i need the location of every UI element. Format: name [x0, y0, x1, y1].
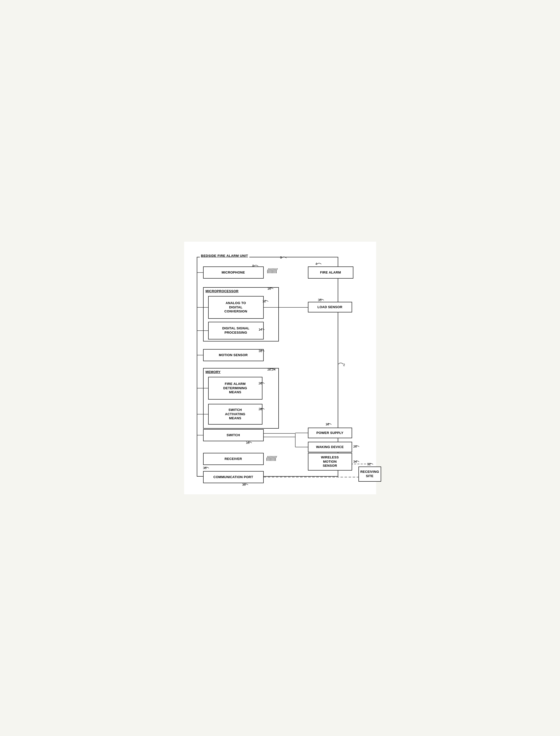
- sound-waves-receiver: ⟨⟨⟨⟨⟨⟨⟨⟨: [265, 455, 276, 462]
- ref-26: 26: [259, 381, 262, 385]
- waking-device-label: WAKING DEVICE: [316, 445, 344, 449]
- fire-alarm-determining-label: FIRE ALARM DETERMINING MEANS: [223, 382, 247, 395]
- ref-4: 4: [315, 262, 317, 266]
- analog-digital-label: ANALOG TO DIGITAL CONVERSION: [224, 301, 247, 314]
- waking-device-box: WAKING DEVICE: [308, 442, 352, 452]
- ref-18: 18: [326, 422, 329, 426]
- power-supply-box: POWER SUPPLY: [308, 428, 352, 438]
- switch-box: SWITCH: [203, 429, 264, 441]
- wireless-motion-sensor-box: WIRELESS MOTION SENSOR: [308, 453, 352, 471]
- load-sensor-label: LOAD SENSOR: [318, 305, 343, 309]
- ref-35: 35: [318, 298, 322, 302]
- digital-signal-box: DIGITAL SIGNAL PROCESSING: [208, 322, 264, 339]
- outer-box-label: BEDSIDE FIRE ALARM UNIT: [200, 254, 250, 258]
- ref-32: 32: [367, 462, 371, 466]
- microphone-box: MICROPHONE: [203, 266, 264, 279]
- sound-waves-microphone: ⟨⟨⟨⟨⟨⟨⟨⟨: [266, 267, 276, 274]
- diagram-container: BEDSIDE FIRE ALARM UNIT 2 6 MICROPHONE 8…: [192, 249, 369, 487]
- ref-22-24: 22,24: [267, 367, 276, 371]
- fire-alarm-determining-box: FIRE ALARM DETERMINING MEANS: [208, 377, 262, 400]
- communication-port-box: COMMUNICATION PORT: [203, 471, 264, 483]
- receiving-site-label: RECEIVING SITE: [360, 470, 379, 478]
- ref-10: 10: [267, 287, 271, 290]
- analog-digital-box: ANALOG TO DIGITAL CONVERSION: [208, 296, 264, 319]
- power-supply-label: POWER SUPPLY: [316, 431, 343, 435]
- microphone-label: MICROPHONE: [222, 271, 245, 275]
- wireless-motion-sensor-label: WIRELESS MOTION SENSOR: [321, 455, 339, 468]
- motion-sensor-label: MOTION SENSOR: [219, 353, 248, 357]
- switch-activating-box: SWITCH ACTIVATING MEANS: [208, 404, 262, 425]
- receiver-box: RECEIVER: [203, 453, 264, 465]
- ref-20: 20: [353, 445, 357, 448]
- fire-alarm-box: FIRE ALARM: [308, 266, 353, 279]
- ref-6: 6: [280, 256, 282, 259]
- communication-port-label: COMMUNICATION PORT: [213, 475, 253, 479]
- ref-34: 34: [353, 460, 357, 463]
- ref-12: 12: [262, 299, 266, 303]
- ref-16: 16: [246, 441, 250, 445]
- ref-28: 28: [259, 407, 262, 411]
- digital-signal-label: DIGITAL SIGNAL PROCESSING: [222, 326, 250, 335]
- microprocessor-label: MICROPROCESSOR: [206, 289, 239, 293]
- receiving-site-box: RECEIVING SITE: [358, 467, 381, 482]
- ref-2: 2: [343, 363, 345, 367]
- load-sensor-box: LOAD SENSOR: [308, 302, 352, 312]
- page: BEDSIDE FIRE ALARM UNIT 2 6 MICROPHONE 8…: [184, 242, 376, 494]
- switch-label: SWITCH: [227, 433, 240, 437]
- motion-sensor-box: MOTION SENSOR: [203, 349, 264, 361]
- ref-36: 36: [203, 466, 207, 470]
- memory-label: MEMORY: [206, 370, 221, 374]
- fire-alarm-label: FIRE ALARM: [320, 271, 341, 275]
- ref-8: 8: [252, 264, 254, 268]
- receiver-label: RECEIVER: [225, 457, 242, 461]
- switch-activating-label: SWITCH ACTIVATING MEANS: [225, 408, 246, 421]
- ref-14: 14: [259, 328, 262, 331]
- ref-33: 33: [259, 349, 262, 353]
- ref-30: 30: [242, 483, 246, 486]
